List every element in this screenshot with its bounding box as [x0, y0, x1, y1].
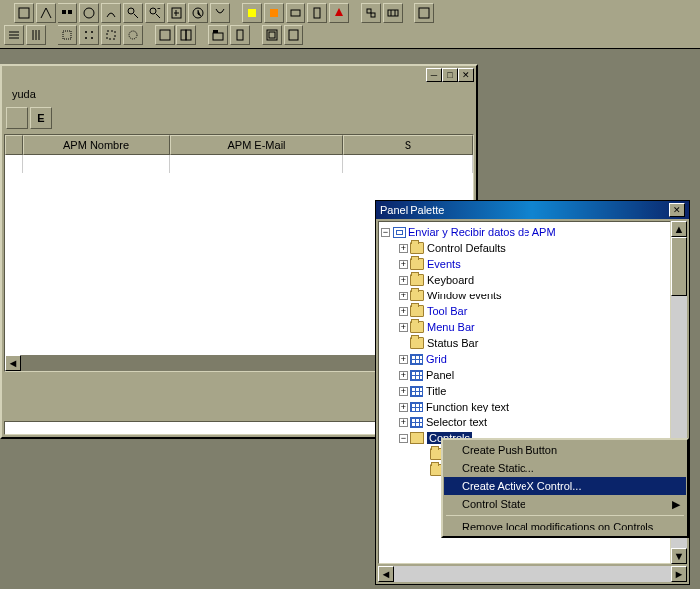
- svg-point-20: [85, 37, 87, 39]
- toolbar-button[interactable]: [262, 25, 282, 45]
- close-button[interactable]: ✕: [458, 68, 474, 82]
- toolbar-button[interactable]: [188, 3, 208, 23]
- column-header[interactable]: S: [343, 135, 473, 155]
- expander-icon[interactable]: +: [399, 292, 408, 300]
- expander-icon[interactable]: +: [399, 371, 408, 380]
- toolbar-button[interactable]: [167, 3, 186, 23]
- toolbar-button[interactable]: [101, 25, 121, 45]
- expander-icon[interactable]: −: [381, 228, 390, 237]
- toolbar-button[interactable]: -: [145, 3, 165, 23]
- tree-node-label[interactable]: Keyboard: [427, 274, 474, 286]
- svg-rect-27: [213, 33, 223, 40]
- svg-point-4: [128, 8, 134, 14]
- toolbar-button[interactable]: [101, 3, 121, 23]
- tree-root-label[interactable]: Enviar y Recibir datos de APM: [408, 226, 556, 238]
- tool-button[interactable]: [6, 107, 28, 129]
- tree-node-label[interactable]: Events: [427, 258, 461, 270]
- expander-icon[interactable]: +: [399, 260, 408, 269]
- toolbar-button[interactable]: [123, 25, 143, 45]
- tree-node-label[interactable]: Title: [426, 385, 446, 397]
- tree-node-label[interactable]: Control Defaults: [427, 242, 506, 254]
- close-button[interactable]: ✕: [669, 203, 685, 217]
- svg-rect-11: [291, 10, 300, 16]
- svg-rect-0: [19, 8, 29, 18]
- svg-rect-2: [68, 10, 72, 14]
- toolbar-button[interactable]: [242, 3, 262, 23]
- expander-icon[interactable]: +: [399, 323, 408, 332]
- expander-icon[interactable]: +: [399, 403, 408, 412]
- toolbar-button[interactable]: [361, 3, 381, 23]
- toolbar-button[interactable]: [58, 3, 77, 23]
- menu-item[interactable]: yuda: [6, 86, 42, 102]
- scroll-down-button[interactable]: ▼: [671, 548, 687, 564]
- toolbar-button[interactable]: [79, 3, 99, 23]
- scroll-left-button[interactable]: ◄: [5, 355, 21, 371]
- tool-button-e[interactable]: E: [30, 107, 52, 129]
- context-menu-item[interactable]: Remove local modifications on Controls: [444, 518, 686, 535]
- expander-icon[interactable]: +: [399, 307, 408, 316]
- expander-icon[interactable]: +: [399, 418, 408, 427]
- scroll-up-button[interactable]: ▲: [671, 221, 687, 237]
- grid-corner[interactable]: [5, 135, 23, 155]
- toolbar-button[interactable]: [286, 3, 305, 23]
- svg-rect-31: [269, 32, 275, 38]
- tree-node-label[interactable]: Grid: [426, 353, 447, 365]
- toolbar-button[interactable]: [155, 25, 175, 45]
- scroll-left-button[interactable]: ◄: [378, 566, 394, 582]
- expander-icon[interactable]: +: [399, 244, 408, 253]
- tree-node-label[interactable]: Tool Bar: [427, 305, 467, 317]
- toolbar-button[interactable]: [210, 3, 230, 23]
- toolbar-button[interactable]: [208, 25, 228, 45]
- column-header[interactable]: APM E-Mail: [170, 135, 343, 155]
- toolbar-button[interactable]: [36, 3, 56, 23]
- tree-node-label[interactable]: Menu Bar: [427, 321, 475, 333]
- context-menu-item[interactable]: Create ActiveX Control...: [444, 477, 686, 495]
- folder-open-icon: [410, 432, 424, 444]
- toolbar-row-2: [0, 24, 700, 46]
- horizontal-scrollbar[interactable]: ◄ ►: [378, 566, 687, 582]
- minimize-button[interactable]: ─: [426, 68, 442, 82]
- tree-node-label[interactable]: Panel: [426, 369, 454, 381]
- toolbar-button[interactable]: [14, 3, 34, 23]
- child-titlebar: ─ □ ✕: [2, 66, 476, 84]
- svg-rect-16: [419, 8, 429, 18]
- svg-rect-25: [181, 30, 186, 40]
- tree-node-label[interactable]: Window events: [427, 290, 502, 301]
- toolbar-button[interactable]: [176, 25, 196, 45]
- expander-icon[interactable]: +: [399, 276, 408, 285]
- expander-icon[interactable]: +: [399, 355, 408, 364]
- toolbar-button[interactable]: [264, 3, 284, 23]
- scroll-thumb[interactable]: [671, 237, 687, 296]
- toolbar-button[interactable]: [329, 3, 349, 23]
- folder-icon: [410, 290, 424, 301]
- toolbar-button[interactable]: [26, 25, 46, 45]
- scroll-right-button[interactable]: ►: [671, 566, 687, 582]
- toolbar-button[interactable]: [307, 3, 327, 23]
- button-row: E: [2, 104, 476, 132]
- toolbar-button[interactable]: [58, 25, 77, 45]
- tree-node-label[interactable]: Selector text: [426, 416, 487, 428]
- svg-rect-14: [371, 13, 375, 17]
- toolbar-button[interactable]: [79, 25, 99, 45]
- toolbar-button[interactable]: [230, 25, 250, 45]
- toolbar-button[interactable]: [414, 3, 434, 23]
- expander-icon[interactable]: +: [399, 387, 408, 396]
- tree-node-label[interactable]: Function key text: [426, 401, 509, 412]
- context-menu-item[interactable]: Create Push Button: [444, 441, 686, 459]
- toolbar-button[interactable]: [383, 3, 403, 23]
- toolbar-button[interactable]: [284, 25, 303, 45]
- palette-titlebar[interactable]: Panel Palette ✕: [376, 201, 689, 219]
- tree-node-label[interactable]: Status Bar: [427, 337, 478, 349]
- column-header[interactable]: APM Nombre: [23, 135, 170, 155]
- svg-rect-10: [270, 9, 278, 17]
- maximize-button[interactable]: □: [442, 68, 458, 82]
- svg-rect-29: [237, 30, 243, 40]
- expander-icon[interactable]: −: [399, 434, 408, 443]
- toolbar-button[interactable]: [4, 25, 24, 45]
- svg-point-18: [85, 31, 87, 33]
- context-menu-item[interactable]: Create Static...: [444, 459, 686, 477]
- toolbar-button[interactable]: [123, 3, 143, 23]
- folder-icon: [410, 258, 424, 270]
- folder-icon: [410, 337, 424, 349]
- context-menu-item[interactable]: Control State▶: [444, 495, 686, 513]
